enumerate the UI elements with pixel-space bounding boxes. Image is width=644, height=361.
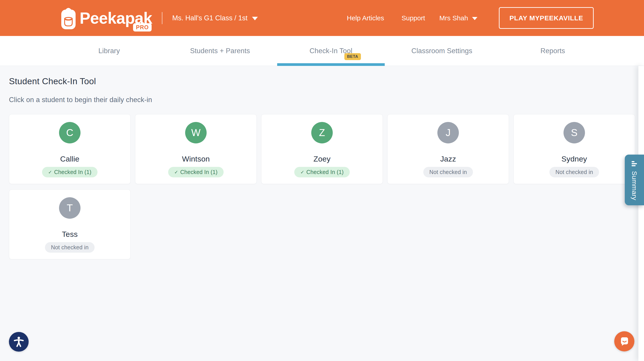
nav-support[interactable]: Support bbox=[402, 14, 425, 22]
student-avatar: T bbox=[59, 197, 80, 219]
student-avatar: C bbox=[59, 122, 80, 143]
app-header: Peekapak PRO Ms. Hall's G1 Class / 1st H… bbox=[0, 0, 644, 36]
student-avatar: Z bbox=[311, 122, 333, 143]
status-badge: ✓ Checked In (1) bbox=[168, 167, 224, 177]
play-mypeekaville-button[interactable]: PLAY MYPEEKAVILLE bbox=[499, 7, 594, 29]
student-grid: C Callie ✓ Checked In (1) W Wintson ✓ Ch… bbox=[9, 114, 635, 259]
student-avatar: S bbox=[564, 122, 585, 143]
accessibility-widget-button[interactable] bbox=[9, 332, 28, 352]
student-card-wintson[interactable]: W Wintson ✓ Checked In (1) bbox=[135, 114, 257, 184]
user-menu-dropdown[interactable]: Mrs Shah bbox=[440, 14, 478, 22]
tab-label: Classroom Settings bbox=[412, 47, 472, 55]
student-name: Jazz bbox=[440, 155, 456, 163]
student-card-sydney[interactable]: S Sydney Not checked in bbox=[514, 114, 635, 184]
tab-check-in-tool[interactable]: Check-In Tool BETA bbox=[276, 36, 386, 66]
status-label: Not checked in bbox=[429, 169, 467, 175]
status-label: Not checked in bbox=[51, 244, 88, 251]
student-name: Zoey bbox=[314, 155, 330, 163]
check-icon: ✓ bbox=[48, 170, 52, 175]
status-label: Checked In (1) bbox=[54, 169, 92, 175]
tab-reports[interactable]: Reports bbox=[497, 36, 608, 66]
status-label: Checked In (1) bbox=[306, 169, 344, 175]
status-badge: Not checked in bbox=[550, 167, 599, 177]
main-content: Student Check-In Tool Click on a student… bbox=[0, 76, 644, 259]
student-name: Sydney bbox=[562, 155, 587, 163]
chevron-down-icon bbox=[252, 17, 258, 20]
student-name: Callie bbox=[60, 155, 80, 163]
nav-help-articles[interactable]: Help Articles bbox=[347, 14, 384, 22]
page-subtitle: Click on a student to begin their daily … bbox=[9, 96, 644, 104]
chat-widget-button[interactable] bbox=[614, 331, 634, 352]
header-nav: Help Articles Support Mrs Shah PLAY MYPE… bbox=[347, 7, 594, 29]
status-label: Checked In (1) bbox=[180, 169, 218, 175]
student-card-zoey[interactable]: Z Zoey ✓ Checked In (1) bbox=[261, 114, 383, 184]
brand-logo[interactable]: Peekapak PRO bbox=[61, 6, 152, 30]
status-badge: Not checked in bbox=[45, 242, 94, 253]
tab-label: Students + Parents bbox=[190, 47, 250, 55]
tab-label: Reports bbox=[540, 47, 565, 55]
check-icon: ✓ bbox=[300, 170, 304, 175]
student-avatar: J bbox=[438, 122, 459, 143]
chat-bubble-icon bbox=[618, 335, 630, 347]
student-card-jazz[interactable]: J Jazz Not checked in bbox=[387, 114, 509, 184]
backpack-logo-icon bbox=[61, 6, 76, 30]
bar-chart-icon bbox=[630, 160, 638, 167]
student-card-tess[interactable]: T Tess Not checked in bbox=[9, 189, 130, 259]
student-name: Tess bbox=[62, 230, 78, 239]
tab-library[interactable]: Library bbox=[54, 36, 164, 66]
tab-label: Library bbox=[98, 47, 120, 55]
status-label: Not checked in bbox=[556, 169, 593, 175]
tab-bar: Library Students + Parents Check-In Tool… bbox=[0, 36, 644, 66]
class-selector-label: Ms. Hall's G1 Class / 1st bbox=[172, 14, 248, 22]
beta-badge: BETA bbox=[344, 53, 361, 60]
status-badge: Not checked in bbox=[423, 167, 473, 177]
active-tab-underline bbox=[277, 63, 385, 66]
tab-students-parents[interactable]: Students + Parents bbox=[164, 36, 276, 66]
chevron-down-icon bbox=[472, 17, 478, 20]
summary-panel-edge bbox=[638, 66, 644, 361]
summary-tab-label: Summary bbox=[630, 171, 638, 200]
class-selector-dropdown[interactable]: Ms. Hall's G1 Class / 1st bbox=[172, 14, 258, 22]
user-name: Mrs Shah bbox=[440, 14, 468, 22]
summary-tab-button[interactable]: Summary bbox=[625, 155, 644, 205]
tab-classroom-settings[interactable]: Classroom Settings bbox=[386, 36, 497, 66]
status-badge: ✓ Checked In (1) bbox=[294, 167, 350, 177]
check-icon: ✓ bbox=[174, 170, 178, 175]
student-name: Wintson bbox=[182, 155, 210, 163]
header-divider bbox=[162, 12, 162, 24]
page-title: Student Check-In Tool bbox=[9, 76, 644, 86]
pro-badge: PRO bbox=[133, 23, 152, 31]
student-avatar: W bbox=[185, 122, 206, 143]
accessibility-person-icon bbox=[12, 336, 25, 348]
student-card-callie[interactable]: C Callie ✓ Checked In (1) bbox=[9, 114, 130, 184]
status-badge: ✓ Checked In (1) bbox=[42, 167, 98, 177]
